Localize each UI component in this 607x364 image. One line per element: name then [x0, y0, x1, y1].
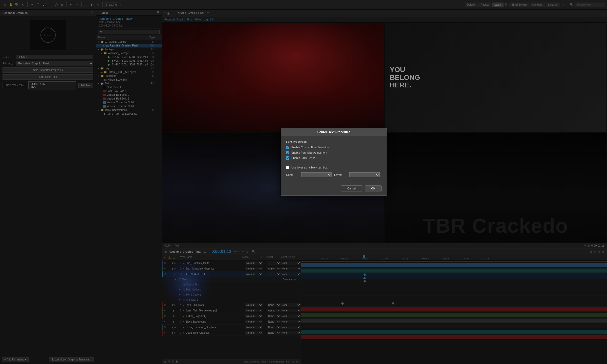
dialog-title-bar: Source Text Properties	[281, 128, 387, 136]
dialog-cancel-btn[interactable]: Cancel	[341, 185, 362, 191]
cb-faux-styles[interactable]	[286, 156, 289, 160]
dialog-overlay: Source Text Properties Font Properties E…	[0, 0, 607, 364]
dialog-divider	[286, 163, 382, 163]
cb2-label: Enable Font Size Adjustment	[291, 151, 327, 154]
dialog-body: Font Properties Enable Custom Font Selec…	[281, 136, 387, 185]
dialog-comp-label: Comp:	[286, 173, 299, 176]
dialog-comp-dropdown[interactable]	[301, 172, 332, 177]
cb1-label: Enable Custom Font Selection	[291, 146, 329, 149]
dialog-layer-dropdown[interactable]	[349, 172, 380, 177]
cb-fallback[interactable]	[286, 166, 289, 169]
dialog-ok-btn[interactable]: OK	[365, 185, 382, 191]
dialog-comp-layer-row: Comp: Layer:	[286, 172, 382, 177]
dialog-cb1-row: Enable Custom Font Selection	[286, 146, 382, 149]
cb-custom-font[interactable]	[286, 146, 289, 149]
dialog-layer-label: Layer:	[334, 173, 347, 176]
source-text-properties-dialog: Source Text Properties Font Properties E…	[281, 128, 387, 196]
dialog-cb3-row: Enable Faux Styles	[286, 156, 382, 160]
dialog-cb2-row: Enable Font Size Adjustment	[286, 151, 382, 154]
dialog-fallback-row: Use layer as fallback text box	[286, 166, 382, 169]
cb-font-size[interactable]	[286, 151, 289, 154]
dialog-font-properties-label: Font Properties	[286, 140, 382, 143]
dialog-buttons: Cancel OK	[281, 185, 387, 196]
cb4-label: Use layer as fallback text box	[291, 166, 328, 169]
cb3-label: Enable Faux Styles	[291, 156, 315, 159]
